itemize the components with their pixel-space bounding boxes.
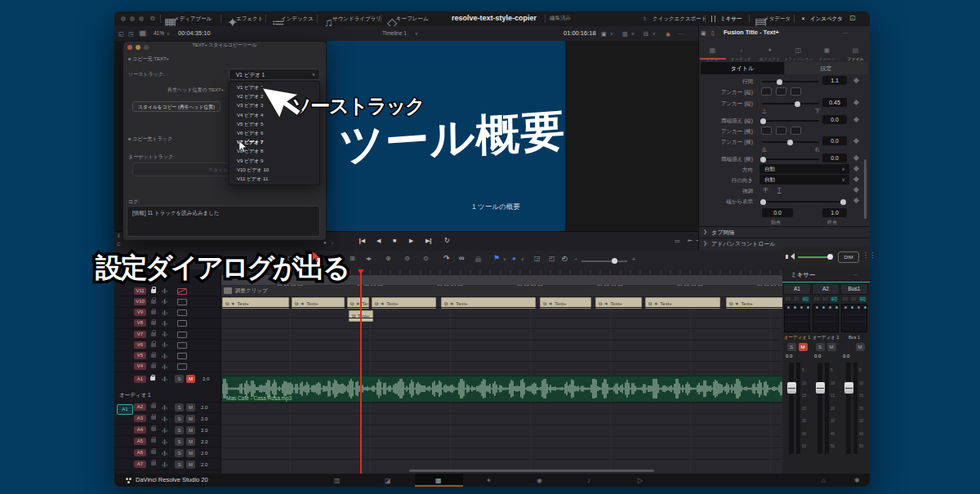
fx-toggle[interactable]: FX: [785, 296, 791, 302]
strip-fader[interactable]: 5101520304050: [812, 361, 840, 457]
slider-justify-v[interactable]: [762, 120, 819, 122]
page-edit-icon[interactable]: ▦: [435, 477, 442, 484]
overwrite-clip-icon[interactable]: ⊖: [404, 256, 410, 262]
adjustment-clip[interactable]: 調整クリップ: [221, 286, 782, 297]
timeline-selector[interactable]: Timeline 1: [382, 31, 407, 37]
track-badge[interactable]: A3: [134, 415, 146, 422]
marker-chevron[interactable]: ∨: [521, 257, 524, 261]
window-minimize-button[interactable]: [130, 16, 135, 21]
audio-source-badge[interactable]: A1: [117, 404, 133, 415]
audio-track-header[interactable]: A4 ‹❙› S M 2.0: [114, 425, 220, 436]
fader-knob[interactable]: [816, 382, 825, 394]
color-icon[interactable]: ◉: [666, 31, 670, 37]
resolution-icon[interactable]: ▣: [601, 31, 607, 37]
lock-icon[interactable]: [151, 343, 156, 347]
zoom-box-icon[interactable]: ◳: [128, 31, 134, 37]
panel-toggle-icon[interactable]: ⊡: [849, 15, 856, 22]
track-badge[interactable]: V8: [134, 319, 146, 327]
match-frame-icon[interactable]: ▭: [675, 238, 680, 243]
position-lock-icon[interactable]: [475, 258, 481, 262]
auto-select-icon[interactable]: ‹❙›: [162, 461, 167, 467]
menu-keyframe[interactable]: キーフレーム: [396, 16, 429, 22]
prev-edit-icon[interactable]: ⇤: [688, 238, 693, 243]
mute-button[interactable]: M: [186, 426, 195, 434]
lock-icon[interactable]: [151, 332, 156, 336]
stop-button[interactable]: ■: [393, 238, 396, 243]
inspector-tab[interactable]: ◫トランジション: [784, 41, 813, 61]
track-badge[interactable]: V11: [134, 287, 146, 295]
dropdown-option[interactable]: V11 ビデオ 11: [229, 175, 319, 184]
enable-icon[interactable]: [177, 353, 187, 359]
slider-reveal[interactable]: [762, 201, 844, 202]
track-badge[interactable]: A5: [134, 438, 146, 445]
enable-icon[interactable]: [177, 332, 187, 338]
auto-select-icon[interactable]: ‹❙›: [162, 287, 167, 293]
volume-knob[interactable]: [827, 254, 833, 260]
anchor-h-buttons[interactable]: [761, 127, 801, 135]
strip-name[interactable]: A1: [783, 283, 811, 295]
mixer-more-icon[interactable]: ⋯: [853, 272, 858, 278]
mute-button[interactable]: M: [856, 343, 865, 351]
auto-select-icon[interactable]: ‹❙›: [162, 450, 167, 456]
menu-sound-library[interactable]: サウンドライブラリ: [332, 16, 381, 22]
enable-icon[interactable]: [177, 363, 187, 370]
split-icon[interactable]: ⊟: [644, 31, 648, 37]
workspace-icon[interactable]: ⧉: [150, 16, 155, 22]
track-badge[interactable]: V4: [134, 363, 146, 370]
track-badge[interactable]: V6: [134, 341, 146, 349]
underline-icon[interactable]: T: [777, 187, 781, 193]
a1-lock-icon[interactable]: [150, 376, 155, 381]
trim-mode-icon[interactable]: ⊞: [350, 256, 355, 262]
track-badge[interactable]: A2: [134, 403, 146, 411]
value-anchor-h[interactable]: 0.0: [822, 136, 847, 145]
timeline-body[interactable]: 01:00:08:0001:00:16:0001:00:24:0001:00:3…: [220, 269, 782, 474]
value-linegap[interactable]: 1.1: [822, 76, 847, 85]
lock-icon[interactable]: [151, 310, 156, 314]
solo-button[interactable]: S: [175, 461, 184, 469]
enable-icon[interactable]: [177, 299, 187, 305]
anchor-v-buttons[interactable]: [761, 87, 801, 96]
insert-clip-icon[interactable]: ⊕: [385, 256, 391, 262]
menu-effects[interactable]: エフェクト: [236, 16, 263, 22]
eq-toggle[interactable]: EQ: [802, 296, 809, 302]
settings-gear-icon[interactable]: ✱: [854, 477, 860, 484]
lock-icon[interactable]: [151, 364, 156, 368]
menu-inspector[interactable]: インスペクタ: [810, 16, 843, 22]
loop-button[interactable]: ↻: [444, 238, 450, 244]
linedir-dropdown[interactable]: 自動∨: [760, 175, 849, 185]
value-justify-v[interactable]: 0.0: [822, 115, 847, 124]
a1-auto-select-icon[interactable]: ‹❙›: [162, 376, 167, 381]
solo-button[interactable]: S: [175, 415, 184, 423]
slider-anchor-h[interactable]: [762, 141, 819, 143]
step-back-button[interactable]: ◀: [376, 238, 381, 243]
eq-toggle[interactable]: EQ: [859, 296, 866, 302]
subtab-settings[interactable]: 設定: [785, 62, 867, 74]
slider-anchor-v[interactable]: [762, 103, 819, 105]
video-track-header[interactable]: V10 ‹❙›: [114, 296, 220, 307]
strip-fader[interactable]: 5101520304050: [783, 361, 811, 457]
zoom-slider-knob[interactable]: [612, 258, 617, 264]
volume-slider[interactable]: [798, 256, 831, 258]
tb-left-icon-1[interactable]: ⊼: [117, 234, 120, 238]
reveal-start-value[interactable]: 0.0: [762, 208, 793, 217]
auto-select-icon[interactable]: ‹❙›: [162, 363, 167, 369]
mute-button[interactable]: M: [799, 343, 808, 351]
menu-metadata[interactable]: メタデータ: [764, 16, 791, 22]
auto-select-icon[interactable]: ‹❙›: [162, 438, 167, 444]
mute-button[interactable]: M: [186, 461, 195, 469]
section-advanced[interactable]: アドバンスコントロール: [711, 241, 776, 247]
value-justify-h[interactable]: 0.0: [822, 154, 847, 162]
lock-icon[interactable]: [151, 289, 156, 293]
track-badge[interactable]: A7: [134, 461, 146, 468]
mute-button[interactable]: M: [827, 343, 836, 351]
inspector-scrollbar[interactable]: [864, 159, 866, 219]
inspector-tab[interactable]: ✦エフェクト: [755, 41, 784, 61]
auto-select-icon[interactable]: ‹❙›: [162, 309, 167, 315]
dropdown-option[interactable]: V5 ビデオ 5: [229, 120, 319, 129]
dynamics-toggle[interactable]: DY: [822, 296, 828, 302]
tb-left-icon-2[interactable]: ⊏: [117, 242, 121, 247]
dynamics-toggle[interactable]: DY: [793, 296, 800, 302]
zoom-detail-icon[interactable]: ◰: [549, 256, 555, 262]
lock-icon[interactable]: [151, 404, 156, 408]
enable-icon[interactable]: [177, 288, 187, 295]
